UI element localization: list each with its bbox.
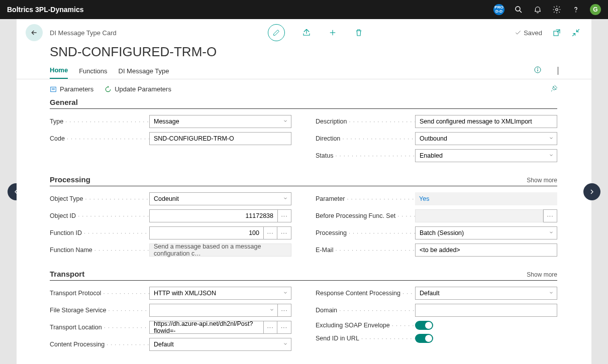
location-assist2[interactable]: ··· — [277, 321, 291, 334]
label-response-processing: Response Content Processing — [316, 290, 415, 297]
field-function-name: Send a message based on a message config… — [149, 244, 291, 257]
field-transport-location[interactable]: https://dh.azure-api.net/dh2nl/Post?flow… — [149, 321, 263, 334]
label-excl-soap: Excluding SOAP Envelope — [316, 322, 415, 329]
label-domain: Domain — [316, 307, 415, 314]
label-code: Code — [50, 135, 149, 142]
titlebar: Boltrics 3PL-Dynamics PRO D-D G — [0, 0, 608, 19]
location-assist1[interactable]: ··· — [263, 321, 277, 334]
svg-point-3 — [575, 12, 576, 12]
field-domain[interactable] — [415, 304, 557, 317]
gear-icon[interactable] — [552, 5, 562, 15]
svg-rect-14 — [51, 87, 56, 91]
label-type: Type — [50, 118, 149, 125]
field-object-type[interactable]: Codeunit — [149, 192, 291, 205]
field-before-processing[interactable] — [415, 209, 543, 222]
field-status[interactable]: Enabled — [415, 149, 557, 162]
saved-indicator: Saved — [515, 29, 542, 37]
svg-point-2 — [556, 9, 558, 11]
function-id-assist1[interactable]: ··· — [263, 226, 277, 239]
label-direction: Direction — [316, 135, 415, 142]
label-file-storage: File Storage Service — [50, 307, 149, 314]
help-icon[interactable] — [571, 5, 581, 15]
parameters-action[interactable]: Parameters — [50, 85, 93, 93]
section-title-transport: Transport — [50, 270, 84, 278]
popout-icon[interactable] — [552, 28, 561, 37]
label-object-type: Object Type — [50, 195, 149, 202]
bell-icon[interactable] — [533, 5, 543, 15]
field-function-id[interactable]: 100 — [149, 226, 263, 239]
personalize-icon[interactable] — [550, 84, 558, 94]
titlebar-right: PRO D-D G — [493, 4, 601, 15]
label-parameter: Parameter — [316, 195, 415, 202]
collapse-icon[interactable] — [571, 28, 580, 37]
field-processing[interactable]: Batch (Session) — [415, 226, 557, 239]
field-object-id[interactable]: 11172838 — [149, 209, 277, 222]
field-response-processing[interactable]: Default — [415, 287, 557, 300]
svg-point-13 — [537, 68, 538, 68]
file-storage-lookup[interactable]: ··· — [277, 304, 291, 317]
field-content-processing[interactable]: Default — [149, 338, 291, 351]
section-title-processing: Processing — [50, 175, 90, 184]
field-parameter[interactable]: Yes — [415, 192, 557, 205]
update-parameters-action[interactable]: Update Parameters — [105, 85, 171, 93]
breadcrumb: DI Message Type Card — [50, 29, 117, 37]
label-send-id: Send ID in URL — [316, 335, 415, 342]
pro-badge[interactable]: PRO D-D — [493, 4, 504, 15]
new-icon[interactable] — [328, 28, 337, 37]
field-code[interactable]: SND-CONFIGURED-TRM-O — [149, 132, 291, 145]
avatar[interactable]: G — [590, 4, 601, 15]
section-transport: Transport Show more Transport Protocol H… — [50, 270, 571, 351]
label-before-processing: Before Processing Func. Set — [316, 212, 415, 219]
label-processing: Processing — [316, 229, 415, 236]
tab-di-message-type[interactable]: DI Message Type — [119, 67, 169, 79]
search-icon[interactable] — [514, 5, 524, 15]
tab-functions[interactable]: Functions — [79, 67, 107, 79]
tab-home[interactable]: Home — [50, 66, 68, 79]
saved-label: Saved — [524, 29, 542, 37]
page-title: SND-CONFIGURED-TRM-O — [17, 41, 591, 66]
app-name: Boltrics 3PL-Dynamics — [7, 6, 84, 14]
next-record-button[interactable] — [583, 183, 600, 200]
label-content-processing: Content Processing — [50, 341, 149, 348]
svg-point-0 — [516, 7, 520, 11]
toggle-send-id[interactable] — [415, 334, 433, 343]
field-description[interactable]: Send configured message to XMLImport — [415, 115, 557, 128]
section-title-general: General — [50, 98, 78, 106]
share-icon[interactable] — [302, 28, 311, 37]
show-more-transport[interactable]: Show more — [527, 271, 557, 278]
svg-line-9 — [572, 34, 575, 36]
show-more-processing[interactable]: Show more — [527, 177, 557, 184]
field-transport-protocol[interactable]: HTTP with XML/JSON — [149, 287, 291, 300]
update-parameters-label: Update Parameters — [115, 85, 171, 93]
label-status: Status — [316, 152, 415, 159]
section-general: General Type Message Code SND-CONFIGURED… — [50, 98, 571, 162]
card: DI Message Type Card Saved SND-CONFIGURE… — [17, 19, 591, 364]
field-direction[interactable]: Outbound — [415, 132, 557, 145]
before-processing-lookup[interactable]: ··· — [543, 209, 557, 222]
field-type[interactable]: Message — [149, 115, 291, 128]
label-function-name: Function Name — [50, 247, 149, 254]
edit-button[interactable] — [268, 24, 285, 41]
field-email[interactable]: <to be added> — [415, 244, 557, 257]
function-id-assist2[interactable]: ··· — [277, 226, 291, 239]
section-processing: Processing Show more Object Type Codeuni… — [50, 175, 571, 257]
info-icon[interactable] — [534, 66, 542, 79]
text-cursor — [558, 67, 558, 75]
toggle-excl-soap[interactable] — [415, 321, 433, 330]
delete-icon[interactable] — [354, 28, 363, 37]
label-function-id: Function ID — [50, 229, 149, 236]
svg-line-1 — [520, 11, 522, 13]
label-transport-protocol: Transport Protocol — [50, 290, 149, 297]
parameters-label: Parameters — [60, 85, 93, 93]
label-email: E-Mail — [316, 247, 415, 254]
back-button[interactable] — [26, 24, 43, 41]
object-id-lookup[interactable]: ··· — [277, 209, 291, 222]
svg-line-10 — [577, 29, 579, 32]
field-file-storage[interactable] — [149, 304, 277, 317]
label-transport-location: Transport Location — [50, 324, 149, 331]
label-description: Description — [316, 118, 415, 125]
label-object-id: Object ID — [50, 212, 149, 219]
